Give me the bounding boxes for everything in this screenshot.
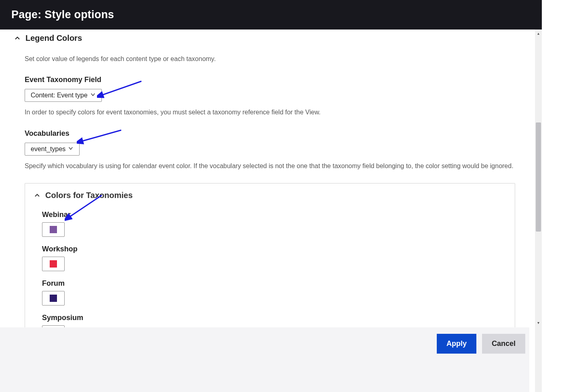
color-picker[interactable]	[42, 222, 65, 237]
chevron-down-icon	[68, 145, 74, 153]
colors-for-taxonomies-heading: Colors for Taxonomies	[45, 191, 133, 200]
modal-header: Page: Style options	[0, 0, 579, 30]
taxonomy-color-label: Symposium	[42, 314, 506, 322]
modal-title: Page: Style options	[11, 8, 114, 21]
vocabularies-value: event_types	[31, 145, 65, 153]
chevron-up-icon	[34, 192, 40, 199]
chevron-down-icon	[90, 92, 96, 99]
vocabularies-label: Vocabularies	[25, 129, 515, 138]
modal-footer: Apply Cancel	[0, 327, 529, 392]
taxonomy-color-item: Workshop	[42, 245, 506, 271]
taxonomy-color-label: Webinar	[42, 211, 506, 219]
event-taxonomy-field-label: Event Taxonomy Field	[25, 76, 515, 84]
colors-for-taxonomies-fieldset: Colors for Taxonomies WebinarWorkshopFor…	[25, 183, 515, 327]
event-taxonomy-field-help: In order to specify colors for event tax…	[25, 107, 515, 117]
legend-colors-heading: Legend Colors	[25, 34, 82, 43]
legend-colors-description: Set color value of legends for each cont…	[25, 54, 515, 63]
colors-for-taxonomies-toggle[interactable]: Colors for Taxonomies	[34, 191, 506, 200]
event-taxonomy-field-select[interactable]: Content: Event type	[25, 89, 102, 102]
color-picker[interactable]	[42, 257, 65, 271]
apply-button[interactable]: Apply	[437, 334, 476, 354]
vocabularies-select[interactable]: event_types	[25, 143, 80, 156]
taxonomy-color-item: Webinar	[42, 211, 506, 237]
taxonomy-color-label: Workshop	[42, 245, 506, 253]
color-swatch	[50, 226, 57, 233]
cancel-button[interactable]: Cancel	[482, 334, 525, 354]
scroll-up-arrow-icon[interactable]: ▴	[535, 30, 542, 37]
chevron-up-icon	[14, 35, 21, 42]
right-gutter	[542, 0, 579, 392]
modal-content: Legend Colors Set color value of legends…	[0, 30, 529, 327]
scrollbar-thumb[interactable]	[536, 122, 541, 232]
scrollbar[interactable]: ▴ ▾	[535, 30, 542, 392]
taxonomy-color-label: Forum	[42, 279, 506, 288]
color-swatch	[50, 260, 57, 268]
taxonomy-color-item: Forum	[42, 279, 506, 306]
vocabularies-help: Specify which vocabulary is using for ca…	[25, 161, 515, 171]
taxonomy-color-item: Symposium	[42, 314, 506, 327]
color-swatch	[50, 295, 57, 302]
color-picker[interactable]	[42, 291, 65, 306]
scroll-down-arrow-icon[interactable]: ▾	[535, 319, 542, 326]
legend-colors-section-toggle[interactable]: Legend Colors	[14, 34, 515, 43]
event-taxonomy-field-value: Content: Event type	[31, 92, 88, 99]
